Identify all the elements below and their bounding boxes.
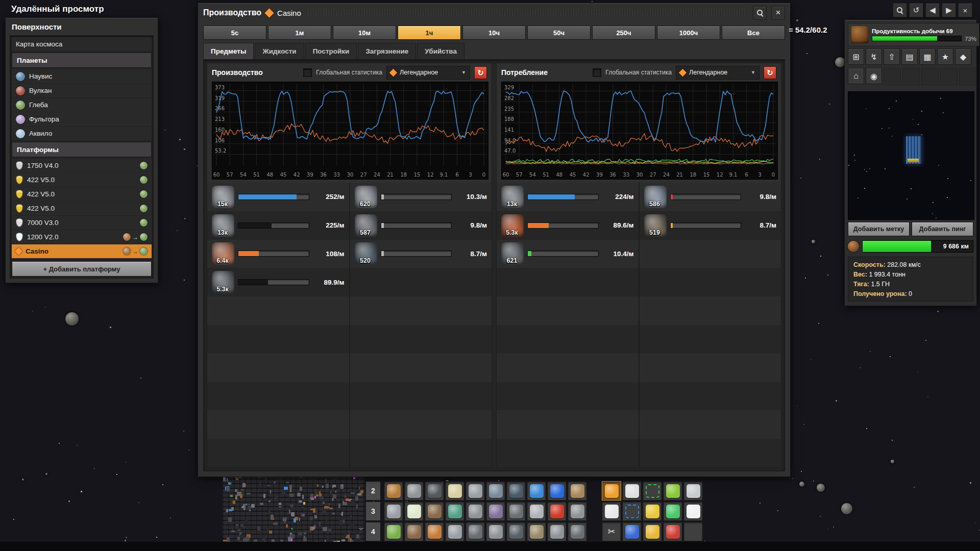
bonuses-button[interactable]: ↯ [866,48,882,65]
hotbar-slot[interactable] [404,502,424,521]
tips-and-tricks-button[interactable]: ▤ [901,48,918,65]
hotbar-slot[interactable] [506,502,526,521]
utility-slot[interactable] [683,522,703,541]
time-range-button[interactable]: 50ч [527,26,591,40]
trains-overview-button[interactable]: ▦ [919,48,936,65]
quickbar-row-button[interactable]: 3 [365,502,381,521]
reset-view-button[interactable]: ↺ [909,3,923,17]
hotbar-slot[interactable] [486,481,505,500]
utility-slot[interactable] [643,522,662,541]
hotbar-slot[interactable] [568,481,587,500]
hotbar-slot[interactable] [568,502,587,521]
surface-item-platform[interactable]: 422 V5.0 [12,202,152,215]
hotbar-slot[interactable] [568,522,587,541]
time-range-button[interactable]: 1000ч [657,26,720,40]
utility-slot[interactable]: ✂ [602,522,621,541]
item-row[interactable]: 62010.3/м [350,183,492,211]
technology-button[interactable]: ⌂ [848,68,864,84]
camera-button[interactable]: ◉ [866,68,882,84]
hotbar-slot[interactable] [465,522,485,541]
window-tab[interactable]: Убийства [417,43,464,59]
surface-item-platform[interactable]: 7000 V3.0 [12,216,152,230]
blueprint-library-button[interactable]: ⊞ [848,48,864,65]
item-row[interactable]: 5.3к89.6/м [497,211,639,240]
refresh-button[interactable]: ↻ [474,66,487,79]
production-statistics-button[interactable]: ◆ [955,48,971,65]
item-row[interactable]: 62110.4/м [497,240,639,268]
time-range-button[interactable]: 1м [268,26,331,40]
surface-item-planet[interactable]: Аквило [12,127,152,140]
close-button[interactable]: × [958,3,972,17]
utility-slot[interactable] [622,522,642,541]
item-row[interactable]: 13к224/м [497,183,639,211]
factory-view[interactable] [223,473,364,548]
refresh-button[interactable]: ↻ [764,66,776,79]
item-row[interactable]: 5.3к89.9/м [207,268,349,296]
hotbar-slot[interactable] [425,481,444,500]
add-tag-button[interactable]: Добавить метку [848,222,910,236]
utility-slot[interactable] [663,502,682,521]
hotbar-slot[interactable] [465,502,485,521]
hotbar-slot[interactable] [527,502,546,521]
utility-slot[interactable] [622,481,642,500]
hotbar-slot[interactable] [425,522,444,541]
hotbar-slot[interactable] [547,502,567,521]
hotbar-slot[interactable] [384,502,403,521]
hotbar-slot[interactable] [465,481,485,500]
quality-filter-dropdown[interactable]: Легендарное ▼ [676,66,760,80]
utility-slot[interactable] [663,522,682,541]
hotbar-slot[interactable] [425,502,444,521]
surface-item-platform[interactable]: 422 V5.0 [12,173,152,187]
surface-item-planet[interactable]: Фульгора [12,112,152,126]
time-range-button[interactable]: 250ч [592,26,655,40]
time-range-button[interactable]: Все [722,26,785,40]
utility-slot[interactable] [663,481,682,500]
research-progress[interactable]: Продуктивность добычи 69 73% [848,23,979,46]
utility-slot[interactable] [643,481,662,500]
hotbar-slot[interactable] [384,522,403,541]
item-row[interactable]: 5869.8/м [640,183,781,211]
time-range-button[interactable]: 10м [333,26,396,40]
hotbar-slot[interactable] [486,502,505,521]
search-button[interactable] [893,3,907,17]
utility-slot[interactable] [602,481,621,500]
utility-slot[interactable] [643,502,662,521]
item-row[interactable]: 5208.7/м [350,240,492,268]
hotbar-slot[interactable] [445,481,464,500]
add-platform-button[interactable]: + Добавить платформу [12,261,152,277]
item-row[interactable]: 5198.7/м [640,211,781,240]
drag-handle[interactable] [308,10,746,16]
window-close-button[interactable]: × [771,6,785,20]
window-tab[interactable]: Загрязнение [358,43,416,59]
item-row[interactable]: 15к252/м [207,183,349,211]
hotbar-slot[interactable] [404,481,424,500]
item-row[interactable]: 6.4к108/м [207,240,349,268]
hotbar-slot[interactable] [506,481,526,500]
minimap[interactable] [848,91,974,220]
time-range-button[interactable]: 1ч [398,26,461,40]
utility-slot[interactable] [683,502,703,521]
window-tab[interactable]: Предметы [203,43,254,59]
hotbar-slot[interactable] [547,522,567,541]
hotbar-slot[interactable] [486,522,505,541]
logistic-networks-button[interactable]: ⇧ [884,48,900,65]
window-search-button[interactable] [753,6,767,20]
utility-slot[interactable] [602,502,621,521]
quality-filter-dropdown[interactable]: Легендарное ▼ [386,66,470,80]
hotbar-slot[interactable] [445,522,464,541]
global-stats-checkbox[interactable] [593,68,601,77]
surface-item-platform[interactable]: 1750 V4.0 [12,159,152,172]
achievements-button[interactable]: ★ [937,48,953,65]
surface-item-planet[interactable]: Вулкан [12,84,152,97]
surface-item-planet[interactable]: Наувис [12,69,152,83]
utility-slot[interactable] [622,502,642,521]
global-stats-checkbox[interactable] [303,68,312,77]
surface-item-space-map[interactable]: Карта космоса [12,37,152,51]
utility-slot[interactable] [683,481,703,500]
surface-item-platform[interactable]: 1200 V2.0→ [12,230,152,244]
window-tab[interactable]: Жидкости [255,43,304,59]
time-range-button[interactable]: 5с [203,26,266,40]
item-row[interactable]: 13к225/м [207,211,349,240]
item-row[interactable]: 5879.8/м [350,211,492,240]
hotbar-slot[interactable] [527,481,546,500]
